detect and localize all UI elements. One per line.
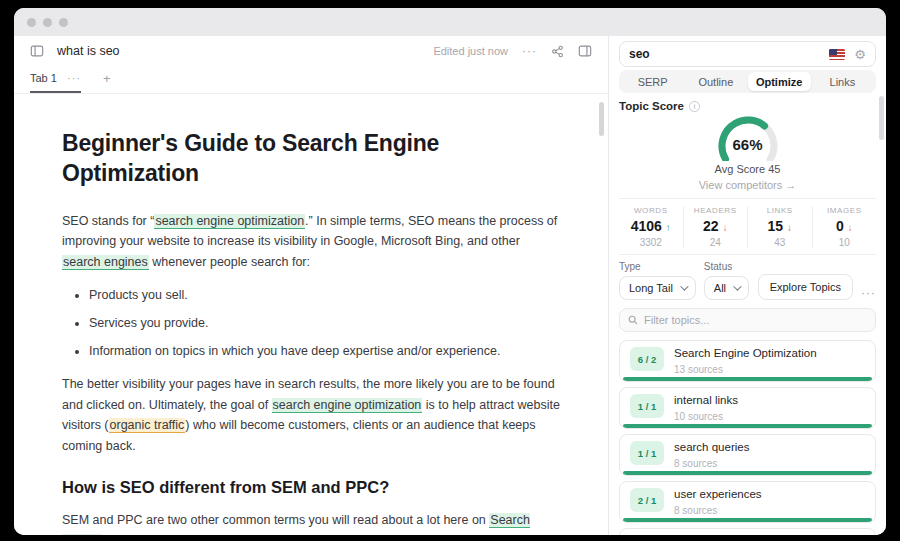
topic-progress-bar [623,518,872,522]
topic-usage-badge: 1 / 1 [630,441,664,465]
arrow-down-icon: ↓ [848,222,853,233]
stat-headers: HEADERS 22 ↓ 24 [683,206,748,248]
bullet-item: Services you provide. [89,314,560,332]
keyword-input[interactable] [629,47,829,61]
panel-scrollbar[interactable] [879,96,884,140]
topic-score-value: 66% [710,136,786,153]
type-label: Type [619,261,696,272]
topic-card[interactable]: 2 / 1 user experiences 8 sources [619,481,876,523]
doc-heading-2: How is SEO different from SEM and PPC? [62,478,560,497]
topic-sources: 8 sources [674,458,749,469]
window-titlebar [14,8,886,36]
topic-title: search queries [674,441,749,455]
arrow-down-icon: ↓ [722,222,727,233]
paragraph: SEM and PPC are two other common terms y… [62,510,560,535]
topics-list: 6 / 2 Search Engine Optimization 13 sour… [619,340,876,535]
content-stats: WORDS 4106 ↑ 3302 HEADERS 22 ↓ 24 LINKS … [619,198,876,255]
document-panel: what is seo Edited just now ··· [14,36,608,535]
topic-card[interactable]: 2 / 3 organic traffic [619,528,876,535]
window-control-dot[interactable] [59,18,68,27]
topic-score-label: Topic Score [619,100,684,112]
topic-title: Search Engine Optimization [674,347,817,361]
tab-links[interactable]: Links [811,72,874,91]
document-editor[interactable]: Beginner's Guide to Search Engine Optimi… [14,94,608,535]
view-competitors-link[interactable]: View competitors → [619,179,876,191]
tab-1[interactable]: Tab 1 ··· [30,72,81,93]
seo-side-panel: ⚙ SERP Outline Optimize Links Topic Scor… [608,36,886,535]
topic-usage-badge: 6 / 2 [630,347,664,371]
tab-1-label: Tab 1 [30,72,57,84]
bullet-list: Products you sell. Services you provide.… [62,286,560,360]
filter-topics-box [619,308,876,332]
stat-images: IMAGES 0 ↓ 10 [812,206,877,248]
topic-usage-badge: 2 / 1 [630,488,664,512]
window-control-dot[interactable] [27,18,36,27]
tab-outline[interactable]: Outline [684,72,747,91]
avg-score: Avg Score 45 [619,163,876,175]
highlighted-term: search engine optimization [154,214,305,229]
highlighted-term: organic traffic [109,418,186,433]
topic-sources: 10 sources [674,411,738,422]
highlighted-term: search engines [62,255,149,270]
share-icon[interactable] [551,45,564,58]
us-flag-icon[interactable] [829,49,845,60]
panel-tabs: SERP Outline Optimize Links [619,70,876,93]
topic-card[interactable]: 1 / 1 search queries 8 sources [619,434,876,476]
stat-links: LINKS 15 ↓ 43 [747,206,812,248]
topic-title: user experiences [674,488,762,502]
topic-sources: 8 sources [674,505,762,516]
topic-sources: 13 sources [674,364,817,375]
topic-title: internal links [674,394,738,408]
document-tabbar: Tab 1 ··· + [14,66,608,94]
more-options-icon[interactable]: ··· [522,44,537,58]
doc-heading-1: Beginner's Guide to Search Engine Optimi… [62,128,502,189]
info-icon[interactable]: i [689,101,700,112]
bullet-item: Information on topics in which you have … [89,342,560,360]
topic-usage-badge: 1 / 1 [630,394,664,418]
status-select[interactable]: All [704,276,749,300]
add-tab-button[interactable]: + [103,71,111,93]
paragraph: The better visibility your pages have in… [62,374,560,457]
topic-card[interactable]: 1 / 1 internal links 10 sources [619,387,876,429]
panel-toggle-icon[interactable] [578,44,592,58]
paragraph: SEO stands for “search engine optimizati… [62,211,560,273]
chevron-down-icon [680,282,688,290]
topic-progress-bar [623,471,872,475]
document-toolbar: what is seo Edited just now ··· [14,36,608,66]
bullet-item: Products you sell. [89,286,560,304]
topic-progress-bar [623,424,872,428]
filter-topics-input[interactable] [644,314,867,326]
arrow-down-icon: ↓ [787,222,792,233]
document-scrollbar[interactable] [599,102,604,136]
gear-icon[interactable]: ⚙ [854,48,866,61]
topic-progress-bar [623,377,872,381]
tab-optimize[interactable]: Optimize [748,72,811,91]
search-icon [628,311,638,329]
highlighted-term: search engine optimization [272,398,423,413]
tab-serp[interactable]: SERP [621,72,684,91]
topic-card[interactable]: 6 / 2 Search Engine Optimization 13 sour… [619,340,876,382]
explore-topics-button[interactable]: Explore Topics [758,274,853,300]
window-control-dot[interactable] [43,18,52,27]
status-label: Status [704,261,749,272]
topic-score-gauge: 66% [710,115,786,161]
tab-menu-icon[interactable]: ··· [67,72,81,84]
arrow-right-icon: → [785,179,796,191]
chevron-down-icon [733,282,741,290]
filters-more-icon[interactable]: ··· [861,286,876,300]
sidebar-toggle-icon[interactable] [30,44,44,58]
arrow-up-icon: ↑ [666,222,671,233]
topic-filters: Type Long Tail Status All Explore Topics… [619,261,876,300]
document-title: what is seo [57,44,120,58]
app-window: what is seo Edited just now ··· [14,8,886,535]
edited-status: Edited just now [433,45,508,57]
stat-words: WORDS 4106 ↑ 3302 [619,206,683,248]
keyword-search-box: ⚙ [619,41,876,67]
type-select[interactable]: Long Tail [619,276,696,300]
